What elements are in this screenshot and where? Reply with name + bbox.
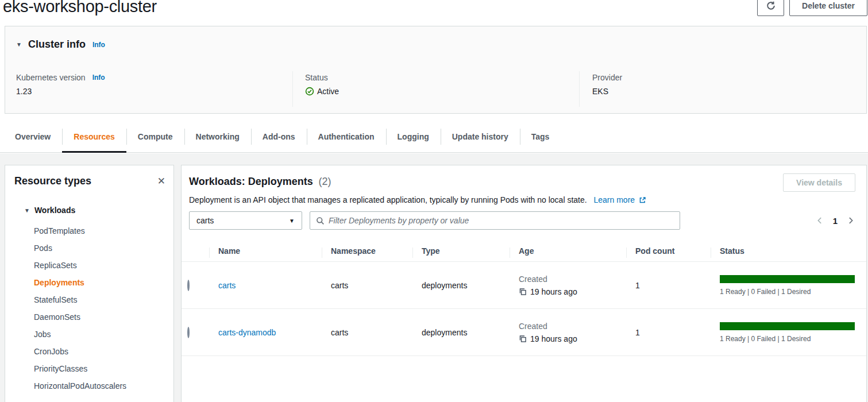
resource-types-title: Resource types [14, 175, 91, 187]
type-cell: deployments [412, 281, 510, 290]
provider-field: Provider EKS [592, 73, 622, 96]
close-icon[interactable]: ✕ [157, 176, 165, 186]
table-row: carts carts deployments Created 19 hours… [182, 262, 866, 309]
external-link-icon [639, 196, 646, 204]
chevron-left-icon [816, 217, 824, 225]
tab-tags[interactable]: Tags [520, 121, 561, 152]
pagination: 1 [816, 212, 855, 229]
namespace-cell: carts [322, 328, 412, 337]
kubernetes-version-info-link[interactable]: Info [92, 74, 105, 82]
page-title: eks-workshop-cluster [3, 0, 157, 16]
filter-type-dropdown-value: carts [196, 216, 214, 225]
pod-count-cell: 1 [626, 328, 711, 337]
column-header-type: Type [412, 246, 510, 256]
sidebar-item-statefulsets[interactable]: StatefulSets [24, 291, 173, 308]
learn-more-label: Learn more [594, 195, 635, 204]
kubernetes-version-value: 1.23 [16, 87, 105, 96]
status-field: Status Active [305, 73, 339, 96]
sidebar-item-pods[interactable]: Pods [24, 239, 173, 257]
refresh-icon [766, 1, 776, 11]
sidebar-item-replicasets[interactable]: ReplicaSets [24, 257, 173, 274]
current-page-number[interactable]: 1 [833, 216, 838, 226]
pod-count-cell: 1 [626, 281, 711, 290]
chevron-right-icon [847, 217, 855, 225]
namespace-cell: carts [322, 281, 412, 290]
age-created-label: Created [519, 275, 626, 284]
sidebar-item-deployments[interactable]: Deployments [24, 274, 173, 291]
provider-value: EKS [592, 87, 622, 96]
tab-logging[interactable]: Logging [386, 121, 441, 152]
search-input[interactable] [329, 216, 674, 225]
tab-update-history[interactable]: Update history [441, 121, 520, 152]
kubernetes-version-label: Kubernetes version [16, 73, 86, 82]
sidebar-item-podtemplates[interactable]: PodTemplates [24, 222, 173, 239]
cluster-info-section: ▼ Cluster info Info Kubernetes version I… [5, 26, 867, 114]
sidebar-item-cronjobs[interactable]: CronJobs [24, 343, 173, 360]
status-progress-bar [720, 275, 855, 283]
sidebar-item-daemonsets[interactable]: DaemonSets [24, 308, 173, 326]
age-value: 19 hours ago [530, 287, 577, 296]
collapse-caret-icon[interactable]: ▼ [16, 41, 22, 48]
cluster-info-header[interactable]: ▼ Cluster info Info [5, 26, 866, 51]
deployment-name-link[interactable]: carts-dynamodb [218, 328, 276, 337]
column-header-pod-count: Pod count [626, 246, 711, 256]
tab-networking[interactable]: Networking [184, 121, 251, 152]
deployments-table: Name Namespace Type Age Pod count Status… [182, 240, 866, 356]
age-value: 19 hours ago [530, 334, 577, 343]
deployments-panel: Workloads: Deployments (2) View details … [181, 165, 867, 402]
resource-types-panel: Resource types ✕ ▼ Workloads PodTemplate… [5, 165, 174, 402]
next-page-button[interactable] [847, 217, 855, 225]
filter-search-box[interactable] [310, 211, 680, 230]
copy-icon[interactable] [519, 288, 527, 296]
search-icon [316, 217, 325, 225]
tab-authentication[interactable]: Authentication [307, 121, 386, 152]
tab-overview[interactable]: Overview [3, 121, 62, 152]
sidebar-item-priorityclasses[interactable]: PriorityClasses [24, 360, 173, 377]
tree-group-label: Workloads [34, 206, 75, 215]
sidebar-item-jobs[interactable]: Jobs [24, 326, 173, 343]
status-cell: 1 Ready | 0 Failed | 1 Desired [711, 322, 866, 343]
resource-types-tree: ▼ Workloads PodTemplates Pods ReplicaSet… [5, 206, 173, 395]
cluster-tabs: Overview Resources Compute Networking Ad… [0, 121, 868, 153]
tree-group-workloads[interactable]: ▼ Workloads [24, 206, 173, 215]
table-header-row: Name Namespace Type Age Pod count Status [182, 240, 866, 262]
status-summary: 1 Ready | 0 Failed | 1 Desired [720, 335, 855, 343]
deployments-heading: Workloads: Deployments [189, 176, 313, 187]
filter-type-dropdown[interactable]: carts ▼ [189, 211, 302, 230]
deployment-name-link[interactable]: carts [218, 281, 236, 290]
sidebar-item-horizontalpodautoscalers[interactable]: HorizontalPodAutoscalers [24, 377, 173, 395]
status-value: Active [317, 87, 339, 96]
status-cell: 1 Ready | 0 Failed | 1 Desired [711, 275, 866, 296]
copy-icon[interactable] [519, 335, 527, 343]
learn-more-link[interactable]: Learn more [594, 195, 646, 204]
column-divider [292, 71, 293, 107]
header-actions: Delete cluster [757, 0, 867, 16]
column-header-name: Name [209, 246, 322, 256]
tree-expand-caret-icon[interactable]: ▼ [24, 207, 30, 214]
column-divider [579, 71, 580, 107]
column-header-age: Age [510, 246, 626, 256]
status-progress-bar [720, 322, 855, 330]
delete-cluster-button[interactable]: Delete cluster [789, 0, 867, 16]
type-cell: deployments [412, 328, 510, 337]
status-label: Status [305, 73, 339, 82]
age-cell: Created 19 hours ago [510, 322, 626, 343]
deployments-description: Deployment is an API object that manages… [189, 195, 587, 204]
tab-compute[interactable]: Compute [126, 121, 184, 152]
cluster-info-title: Cluster info [28, 38, 86, 51]
cluster-info-info-link[interactable]: Info [92, 41, 105, 49]
table-row: carts-dynamodb carts deployments Created… [182, 309, 866, 356]
tab-resources[interactable]: Resources [62, 121, 126, 152]
row-radio-button[interactable] [187, 280, 190, 291]
chevron-down-icon: ▼ [289, 218, 295, 224]
tab-add-ons[interactable]: Add-ons [251, 121, 307, 152]
age-cell: Created 19 hours ago [510, 275, 626, 296]
provider-label: Provider [592, 73, 622, 82]
kubernetes-version-field: Kubernetes version Info 1.23 [16, 73, 105, 96]
column-header-namespace: Namespace [322, 246, 412, 256]
previous-page-button[interactable] [816, 217, 824, 225]
row-radio-button[interactable] [187, 327, 190, 338]
refresh-button[interactable] [757, 0, 784, 16]
view-details-button[interactable]: View details [783, 173, 855, 192]
status-summary: 1 Ready | 0 Failed | 1 Desired [720, 288, 855, 296]
